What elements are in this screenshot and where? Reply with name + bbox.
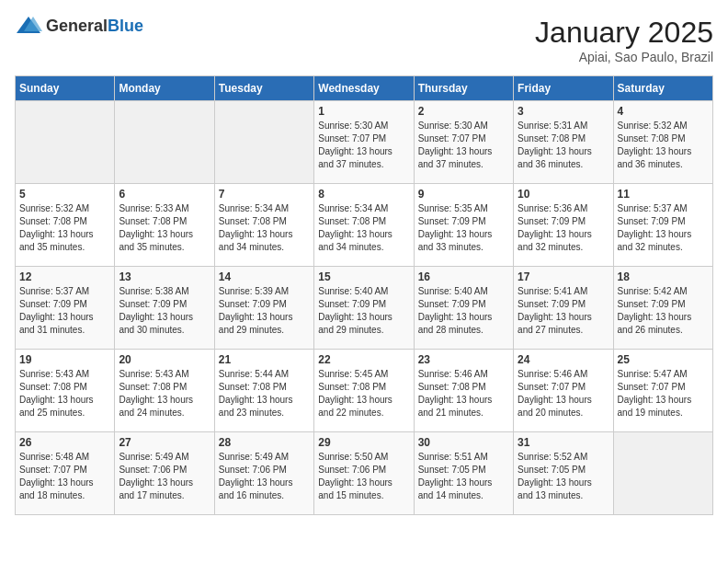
day-info: Sunrise: 5:52 AMSunset: 7:05 PMDaylight:… bbox=[518, 451, 609, 502]
calendar-cell bbox=[16, 101, 115, 184]
day-info: Sunrise: 5:40 AMSunset: 7:09 PMDaylight:… bbox=[418, 285, 509, 337]
calendar-cell: 6Sunrise: 5:33 AMSunset: 7:08 PMDaylight… bbox=[115, 184, 214, 267]
calendar-cell bbox=[115, 101, 214, 184]
logo-general-text: General bbox=[46, 17, 108, 35]
calendar-cell: 8Sunrise: 5:34 AMSunset: 7:08 PMDaylight… bbox=[314, 184, 414, 267]
calendar-cell: 25Sunrise: 5:47 AMSunset: 7:07 PMDayligh… bbox=[613, 350, 712, 432]
calendar-cell: 30Sunrise: 5:51 AMSunset: 7:05 PMDayligh… bbox=[414, 432, 513, 515]
day-info: Sunrise: 5:33 AMSunset: 7:08 PMDaylight:… bbox=[119, 202, 210, 254]
calendar-title: January 2025 bbox=[535, 15, 713, 50]
calendar-cell bbox=[214, 101, 313, 184]
day-info: Sunrise: 5:47 AMSunset: 7:07 PMDaylight:… bbox=[618, 368, 709, 419]
logo-blue-text: Blue bbox=[108, 17, 143, 35]
day-number: 9 bbox=[418, 188, 509, 201]
calendar-table: SundayMondayTuesdayWednesdayThursdayFrid… bbox=[15, 75, 713, 515]
day-number: 4 bbox=[618, 105, 709, 118]
day-header-sunday: Sunday bbox=[16, 76, 115, 101]
day-info: Sunrise: 5:37 AMSunset: 7:09 PMDaylight:… bbox=[618, 202, 709, 254]
calendar-cell: 10Sunrise: 5:36 AMSunset: 7:09 PMDayligh… bbox=[514, 184, 613, 267]
day-info: Sunrise: 5:40 AMSunset: 7:09 PMDaylight:… bbox=[318, 285, 409, 337]
day-number: 15 bbox=[318, 270, 409, 283]
day-number: 29 bbox=[318, 436, 409, 449]
day-info: Sunrise: 5:41 AMSunset: 7:09 PMDaylight:… bbox=[518, 285, 609, 337]
day-info: Sunrise: 5:34 AMSunset: 7:08 PMDaylight:… bbox=[219, 202, 310, 254]
calendar-cell: 22Sunrise: 5:45 AMSunset: 7:08 PMDayligh… bbox=[314, 350, 414, 432]
day-header-friday: Friday bbox=[514, 76, 613, 101]
days-header-row: SundayMondayTuesdayWednesdayThursdayFrid… bbox=[16, 76, 713, 101]
day-number: 23 bbox=[418, 353, 509, 366]
day-header-saturday: Saturday bbox=[613, 76, 712, 101]
calendar-cell: 18Sunrise: 5:42 AMSunset: 7:09 PMDayligh… bbox=[613, 267, 712, 350]
day-number: 14 bbox=[219, 270, 310, 283]
day-info: Sunrise: 5:30 AMSunset: 7:07 PMDaylight:… bbox=[418, 120, 509, 171]
calendar-cell: 1Sunrise: 5:30 AMSunset: 7:07 PMDaylight… bbox=[314, 101, 414, 184]
calendar-cell: 13Sunrise: 5:38 AMSunset: 7:09 PMDayligh… bbox=[115, 267, 214, 350]
day-info: Sunrise: 5:50 AMSunset: 7:06 PMDaylight:… bbox=[318, 451, 409, 502]
day-number: 12 bbox=[19, 270, 110, 283]
day-number: 8 bbox=[318, 188, 409, 201]
day-info: Sunrise: 5:38 AMSunset: 7:09 PMDaylight:… bbox=[119, 285, 210, 337]
day-number: 10 bbox=[518, 188, 609, 201]
day-info: Sunrise: 5:30 AMSunset: 7:07 PMDaylight:… bbox=[318, 120, 409, 171]
day-info: Sunrise: 5:49 AMSunset: 7:06 PMDaylight:… bbox=[119, 451, 210, 502]
calendar-cell: 27Sunrise: 5:49 AMSunset: 7:06 PMDayligh… bbox=[115, 432, 214, 515]
calendar-cell: 4Sunrise: 5:32 AMSunset: 7:08 PMDaylight… bbox=[613, 101, 712, 184]
calendar-cell: 9Sunrise: 5:35 AMSunset: 7:09 PMDaylight… bbox=[414, 184, 513, 267]
calendar-cell: 5Sunrise: 5:32 AMSunset: 7:08 PMDaylight… bbox=[16, 184, 115, 267]
day-info: Sunrise: 5:43 AMSunset: 7:08 PMDaylight:… bbox=[119, 368, 210, 419]
calendar-cell: 16Sunrise: 5:40 AMSunset: 7:09 PMDayligh… bbox=[414, 267, 513, 350]
day-number: 28 bbox=[219, 436, 310, 449]
calendar-cell: 12Sunrise: 5:37 AMSunset: 7:09 PMDayligh… bbox=[16, 267, 115, 350]
day-number: 30 bbox=[418, 436, 509, 449]
day-info: Sunrise: 5:31 AMSunset: 7:08 PMDaylight:… bbox=[518, 120, 609, 171]
day-number: 26 bbox=[19, 436, 110, 449]
day-info: Sunrise: 5:44 AMSunset: 7:08 PMDaylight:… bbox=[219, 368, 310, 419]
day-info: Sunrise: 5:32 AMSunset: 7:08 PMDaylight:… bbox=[19, 202, 110, 254]
day-number: 7 bbox=[219, 188, 310, 201]
day-info: Sunrise: 5:34 AMSunset: 7:08 PMDaylight:… bbox=[318, 202, 409, 254]
day-number: 31 bbox=[518, 436, 609, 449]
logo: GeneralBlue bbox=[15, 15, 143, 37]
day-header-wednesday: Wednesday bbox=[314, 76, 414, 101]
day-number: 27 bbox=[119, 436, 210, 449]
day-number: 25 bbox=[618, 353, 709, 366]
calendar-week-2: 5Sunrise: 5:32 AMSunset: 7:08 PMDaylight… bbox=[16, 184, 713, 267]
calendar-cell: 31Sunrise: 5:52 AMSunset: 7:05 PMDayligh… bbox=[514, 432, 613, 515]
day-number: 18 bbox=[618, 270, 709, 283]
day-number: 19 bbox=[19, 353, 110, 366]
day-info: Sunrise: 5:43 AMSunset: 7:08 PMDaylight:… bbox=[19, 368, 110, 419]
calendar-cell: 24Sunrise: 5:46 AMSunset: 7:07 PMDayligh… bbox=[514, 350, 613, 432]
calendar-subtitle: Apiai, Sao Paulo, Brazil bbox=[535, 50, 713, 64]
day-info: Sunrise: 5:45 AMSunset: 7:08 PMDaylight:… bbox=[318, 368, 409, 419]
day-info: Sunrise: 5:51 AMSunset: 7:05 PMDaylight:… bbox=[418, 451, 509, 502]
header: GeneralBlue January 2025 Apiai, Sao Paul… bbox=[15, 15, 713, 64]
day-info: Sunrise: 5:49 AMSunset: 7:06 PMDaylight:… bbox=[219, 451, 310, 502]
calendar-cell: 29Sunrise: 5:50 AMSunset: 7:06 PMDayligh… bbox=[314, 432, 414, 515]
day-info: Sunrise: 5:42 AMSunset: 7:09 PMDaylight:… bbox=[618, 285, 709, 337]
day-info: Sunrise: 5:48 AMSunset: 7:07 PMDaylight:… bbox=[19, 451, 110, 502]
day-number: 21 bbox=[219, 353, 310, 366]
calendar-cell: 20Sunrise: 5:43 AMSunset: 7:08 PMDayligh… bbox=[115, 350, 214, 432]
calendar-cell: 19Sunrise: 5:43 AMSunset: 7:08 PMDayligh… bbox=[16, 350, 115, 432]
day-number: 11 bbox=[618, 188, 709, 201]
day-header-thursday: Thursday bbox=[414, 76, 513, 101]
day-info: Sunrise: 5:36 AMSunset: 7:09 PMDaylight:… bbox=[518, 202, 609, 254]
day-header-monday: Monday bbox=[115, 76, 214, 101]
calendar-cell: 28Sunrise: 5:49 AMSunset: 7:06 PMDayligh… bbox=[214, 432, 313, 515]
calendar-cell: 21Sunrise: 5:44 AMSunset: 7:08 PMDayligh… bbox=[214, 350, 313, 432]
day-info: Sunrise: 5:46 AMSunset: 7:07 PMDaylight:… bbox=[518, 368, 609, 419]
day-number: 16 bbox=[418, 270, 509, 283]
day-info: Sunrise: 5:46 AMSunset: 7:08 PMDaylight:… bbox=[418, 368, 509, 419]
calendar-cell bbox=[613, 432, 712, 515]
calendar-week-3: 12Sunrise: 5:37 AMSunset: 7:09 PMDayligh… bbox=[16, 267, 713, 350]
title-area: January 2025 Apiai, Sao Paulo, Brazil bbox=[535, 15, 713, 64]
day-header-tuesday: Tuesday bbox=[214, 76, 313, 101]
day-number: 3 bbox=[518, 105, 609, 118]
day-number: 1 bbox=[318, 105, 409, 118]
calendar-cell: 14Sunrise: 5:39 AMSunset: 7:09 PMDayligh… bbox=[214, 267, 313, 350]
calendar-cell: 2Sunrise: 5:30 AMSunset: 7:07 PMDaylight… bbox=[414, 101, 513, 184]
calendar-cell: 26Sunrise: 5:48 AMSunset: 7:07 PMDayligh… bbox=[16, 432, 115, 515]
day-info: Sunrise: 5:37 AMSunset: 7:09 PMDaylight:… bbox=[19, 285, 110, 337]
calendar-cell: 7Sunrise: 5:34 AMSunset: 7:08 PMDaylight… bbox=[214, 184, 313, 267]
day-info: Sunrise: 5:32 AMSunset: 7:08 PMDaylight:… bbox=[618, 120, 709, 171]
